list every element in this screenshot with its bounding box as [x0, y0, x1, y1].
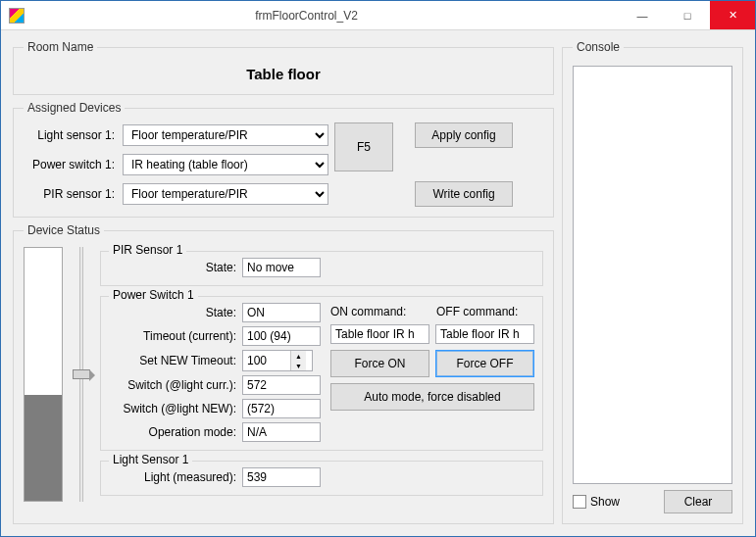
window-buttons: — □ ✕ [620, 1, 755, 29]
light-sensor-label: Light sensor 1: [24, 128, 117, 142]
ps-switch-light-curr-label: Switch (@light curr.): [109, 378, 236, 392]
light-level-gauge [24, 247, 63, 502]
off-command-label: OFF command: [436, 305, 534, 318]
apply-config-button[interactable]: Apply config [415, 122, 513, 148]
app-icon [9, 8, 25, 24]
room-name-group: Room Name Table floor [13, 40, 554, 95]
ps-state-value: ON [242, 303, 321, 322]
pir-sensor-label: PIR sensor 1: [24, 187, 117, 201]
ps-timeout-curr-label: Timeout (current): [109, 329, 236, 343]
threshold-slider-thumb[interactable] [73, 369, 90, 379]
device-status-legend: Device Status [24, 223, 104, 237]
console-group: Console Show Clear [562, 40, 743, 524]
pir-sensor-title: PIR Sensor 1 [109, 243, 186, 257]
power-switch-title: Power Switch 1 [109, 288, 198, 302]
show-checkbox[interactable] [573, 495, 586, 509]
light-level-gauge-fill [25, 395, 62, 501]
titlebar: frmFloorControl_V2 — □ ✕ [1, 1, 755, 30]
on-command-label: ON command: [330, 305, 428, 318]
spin-up-icon[interactable]: ▲ [291, 351, 306, 361]
light-measured-value: 539 [242, 467, 321, 487]
ps-op-mode-value: N/A [242, 422, 321, 442]
power-switch-group: Power Switch 1 State: ON Timeout (curren… [100, 296, 543, 451]
light-sensor-title: Light Sensor 1 [109, 453, 192, 466]
app-window: frmFloorControl_V2 — □ ✕ Room Name Table… [0, 0, 756, 537]
force-off-button[interactable]: Force OFF [435, 350, 534, 377]
ps-set-new-timeout-input[interactable]: ▲ ▼ [242, 350, 313, 371]
pir-state-value: No move [242, 258, 321, 277]
window-title: frmFloorControl_V2 [32, 9, 620, 23]
ps-switch-light-new-value: (572) [242, 399, 321, 418]
pir-sensor-group: PIR Sensor 1 State: No move [100, 251, 543, 286]
auto-mode-button[interactable]: Auto mode, force disabled [330, 383, 534, 411]
minimize-button[interactable]: — [620, 1, 665, 29]
ps-timeout-curr-value: 100 (94) [242, 326, 321, 346]
light-sensor-group: Light Sensor 1 Light (measured): 539 [100, 461, 543, 496]
light-sensor-select[interactable]: Floor temperature/PIR [123, 124, 328, 146]
client-area: Room Name Table floor Assigned Devices L… [1, 30, 755, 536]
ps-set-new-timeout-label: Set NEW Timeout: [109, 354, 236, 367]
threshold-slider[interactable] [71, 247, 92, 502]
room-name-value: Table floor [24, 62, 543, 84]
maximize-button[interactable]: □ [665, 1, 710, 29]
spin-down-icon[interactable]: ▼ [291, 361, 306, 370]
clear-button[interactable]: Clear [664, 490, 732, 513]
power-switch-label: Power switch 1: [24, 158, 117, 171]
force-on-button[interactable]: Force ON [330, 350, 429, 377]
close-button[interactable]: ✕ [710, 1, 755, 29]
ps-switch-light-new-label: Switch (@light NEW): [109, 402, 236, 415]
write-config-button[interactable]: Write config [415, 181, 513, 207]
ps-state-label: State: [109, 306, 236, 319]
ps-op-mode-label: Operation mode: [109, 425, 236, 439]
show-checkbox-label[interactable]: Show [573, 495, 620, 510]
f5-button[interactable]: F5 [334, 122, 393, 171]
device-status-group: Device Status PIR Sensor 1 State: [13, 223, 554, 524]
left-column: Room Name Table floor Assigned Devices L… [13, 40, 554, 524]
on-command-value[interactable]: Table floor IR h [330, 324, 429, 344]
ps-set-new-timeout-field[interactable] [243, 351, 290, 370]
power-switch-select[interactable]: IR heating (table floor) [123, 154, 328, 175]
assigned-devices-legend: Assigned Devices [24, 101, 125, 115]
pir-state-label: State: [109, 261, 236, 274]
assigned-devices-group: Assigned Devices Light sensor 1: Floor t… [13, 101, 554, 218]
off-command-value[interactable]: Table floor IR h [435, 324, 534, 344]
ps-switch-light-curr-value: 572 [242, 375, 321, 395]
console-output[interactable] [573, 66, 732, 484]
light-measured-label: Light (measured): [109, 470, 236, 484]
pir-sensor-select[interactable]: Floor temperature/PIR [123, 183, 328, 205]
console-legend: Console [573, 40, 624, 54]
show-label-text: Show [590, 495, 620, 509]
room-name-legend: Room Name [24, 40, 97, 54]
